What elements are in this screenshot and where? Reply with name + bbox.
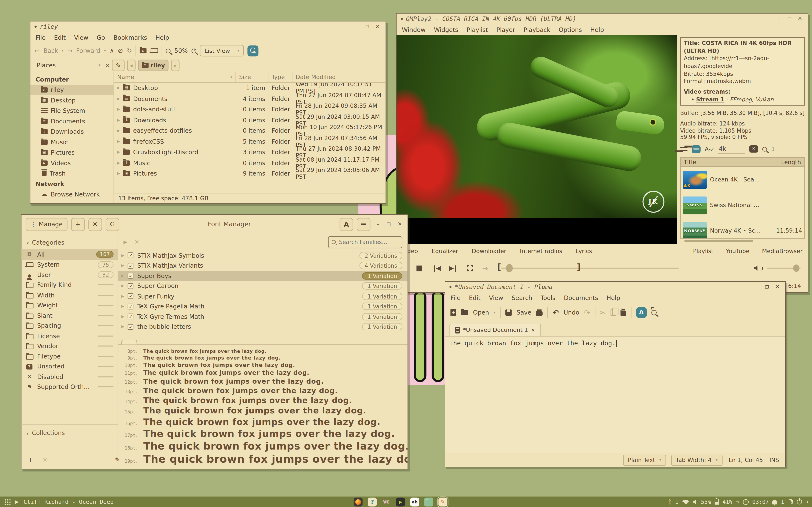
column-title[interactable]: Title	[684, 159, 696, 166]
file-manager-icon[interactable]	[424, 497, 433, 506]
expander-icon[interactable]: ▶	[121, 304, 124, 308]
back-dropdown-icon[interactable]: ▾	[62, 49, 64, 53]
close-button[interactable]	[396, 219, 403, 229]
expand-icon[interactable]: ▶	[123, 239, 127, 245]
font-family-row[interactable]: ▶ STIX MathJax Symbols 2 Variations	[118, 250, 407, 261]
font-family-row[interactable]: ▶ Super Carbon 1 Variation	[118, 281, 407, 291]
category-item[interactable]: Family Kind	[21, 280, 117, 290]
font-manager-icon[interactable]	[410, 497, 419, 506]
font-family-row[interactable]: ▶ STIX MathJax Variants 4 Variations	[118, 261, 407, 271]
document-tab[interactable]: *Unsaved Document 1 ✕	[449, 324, 541, 336]
menu-item[interactable]: Window	[402, 26, 425, 33]
column-type[interactable]: Type	[268, 72, 293, 82]
volume-slider[interactable]	[767, 264, 800, 272]
enabled-checkbox[interactable]	[128, 293, 134, 299]
expander-icon[interactable]: ▶	[117, 118, 120, 122]
menu-item[interactable]: Bookmarks	[113, 34, 147, 41]
battery-icon[interactable]	[714, 499, 719, 505]
filter-icon[interactable]	[680, 146, 688, 152]
menu-item[interactable]: Search	[511, 294, 532, 301]
collections-header[interactable]: Collections	[21, 425, 117, 437]
sidebar-item[interactable]: Downloads	[31, 126, 113, 137]
seek-slider[interactable]: []	[497, 263, 681, 273]
app-menu-icon[interactable]	[4, 499, 11, 505]
collapse-tray-icon[interactable]	[806, 498, 809, 506]
manage-button[interactable]: Manage	[26, 218, 67, 231]
expander-icon[interactable]: ▶	[117, 150, 120, 155]
plugin-icon[interactable]	[692, 145, 701, 153]
dock-tab[interactable]: Downloader	[472, 247, 506, 255]
volume-icon[interactable]	[754, 266, 759, 271]
maximize-button[interactable]	[364, 21, 371, 32]
minimize-button[interactable]	[374, 219, 382, 229]
menu-item[interactable]: Edit	[469, 294, 480, 301]
stream-link[interactable]: Stream 1	[696, 96, 724, 103]
file-manager-titlebar[interactable]: riley	[31, 21, 386, 32]
next-button[interactable]	[449, 265, 457, 272]
qmplay2-titlebar[interactable]: QMPlay2 - COSTA RICA IN 4K 60fps HDR (UL…	[397, 13, 808, 24]
sidebar-item[interactable]: Music	[31, 137, 113, 147]
enabled-checkbox[interactable]	[128, 314, 134, 320]
category-item[interactable]: Width	[21, 290, 117, 300]
reload-icon[interactable]: ↻	[126, 47, 132, 55]
minimize-button[interactable]	[353, 21, 361, 32]
preview-tab[interactable]	[121, 340, 137, 344]
menu-item[interactable]: View	[74, 34, 88, 41]
font-family-row[interactable]: ▶ Super Funky 1 Variation	[118, 291, 407, 301]
language-select[interactable]: Plain Text▾	[623, 454, 666, 465]
playlist-item[interactable]: NORWAY Norway 4K • Sc… 11:59:14	[681, 218, 804, 239]
zoom-in-icon[interactable]: +	[191, 48, 196, 53]
google-fonts-button[interactable]: G	[105, 218, 119, 231]
save-button[interactable]: Save	[517, 309, 531, 316]
expander-icon[interactable]: ▶	[117, 86, 120, 90]
now-playing-icon[interactable]: ▶	[15, 499, 19, 504]
categories-header[interactable]: Categories	[21, 237, 117, 249]
menu-item[interactable]: Help	[606, 294, 620, 301]
help-document-icon[interactable]	[368, 497, 376, 506]
volume-handle[interactable]	[793, 265, 800, 272]
enabled-checkbox[interactable]	[128, 324, 134, 330]
expander-icon[interactable]: ▶	[121, 274, 124, 278]
paste-icon[interactable]	[620, 309, 626, 316]
expander-icon[interactable]: ▶	[121, 294, 124, 298]
search-icon[interactable]	[762, 147, 767, 152]
playlist-search-input[interactable]	[718, 144, 745, 154]
expander-icon[interactable]: ▶	[121, 264, 124, 268]
remove-collection-icon[interactable]: ✕	[43, 456, 48, 464]
sidebar-item[interactable]: Desktop	[31, 95, 113, 105]
menu-item[interactable]: Documents	[564, 294, 598, 301]
font-family-row[interactable]: ▶ TeX Gyre Pagella Math 1 Variation	[118, 301, 407, 312]
enabled-checkbox[interactable]	[128, 252, 134, 258]
search-families-box[interactable]	[328, 236, 402, 248]
expander-icon[interactable]: ▶	[121, 315, 124, 319]
seek-forward-icon[interactable]: →	[482, 264, 488, 272]
menu-item[interactable]: Tools	[541, 294, 556, 301]
sidebar-item[interactable]: Videos	[31, 158, 113, 168]
zoom-out-icon[interactable]: –	[166, 48, 171, 53]
sidebar-item[interactable]: Browse Network	[31, 189, 113, 200]
font-preview-icon[interactable]	[340, 218, 353, 231]
firefox-icon[interactable]	[354, 497, 363, 506]
enabled-checkbox[interactable]	[128, 303, 134, 309]
vc-app-icon[interactable]	[382, 497, 391, 506]
power-icon[interactable]	[797, 499, 802, 504]
home-icon[interactable]	[140, 48, 147, 53]
volume-icon[interactable]	[693, 499, 697, 504]
menu-item[interactable]: File	[450, 294, 461, 301]
hamburger-menu-icon[interactable]	[357, 218, 370, 231]
enabled-checkbox[interactable]	[128, 283, 134, 289]
close-button[interactable]	[374, 21, 382, 32]
do-not-disturb-icon[interactable]	[788, 499, 793, 504]
category-item[interactable]: Filetype	[21, 351, 117, 361]
column-date-modified[interactable]: Date Modified	[293, 72, 386, 82]
close-side-pane-icon[interactable]: ✕	[105, 62, 109, 68]
expander-icon[interactable]: ▶	[117, 161, 120, 165]
pluma-icon[interactable]	[438, 497, 447, 506]
cancel-icon[interactable]: ⊘	[118, 47, 123, 55]
app-finder-icon[interactable]	[248, 45, 259, 56]
expander-icon[interactable]: ▶	[117, 139, 120, 144]
menu-item[interactable]: Player	[496, 26, 515, 33]
expander-icon[interactable]: ▶	[117, 107, 120, 112]
preview-tab[interactable]	[155, 340, 170, 344]
search-families-input[interactable]	[338, 238, 390, 246]
